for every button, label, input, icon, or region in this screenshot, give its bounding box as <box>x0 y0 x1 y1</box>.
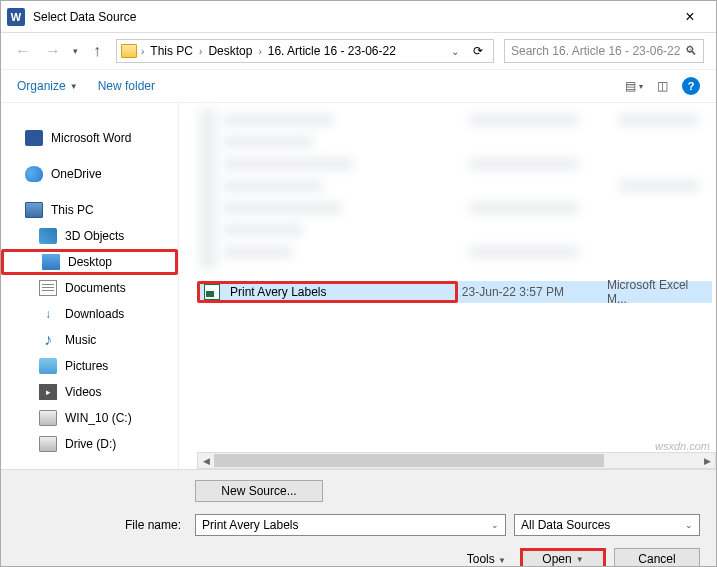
titlebar: W Select Data Source × <box>1 1 716 33</box>
nav-history-dropdown[interactable]: ▾ <box>73 46 78 56</box>
sidebar-item-label: Desktop <box>68 255 112 269</box>
cancel-button[interactable]: Cancel <box>614 548 700 567</box>
file-name: Print Avery Labels <box>226 285 331 299</box>
nav-forward-icon[interactable]: → <box>43 41 63 61</box>
sidebar-item-downloads[interactable]: Downloads <box>1 301 178 327</box>
pictures-icon <box>39 358 57 374</box>
sidebar: Microsoft Word OneDrive This PC 3D Objec… <box>1 103 179 469</box>
word-app-icon: W <box>7 8 25 26</box>
sidebar-item-music[interactable]: Music <box>1 327 178 353</box>
sidebar-item-desktop[interactable]: Desktop <box>1 249 178 275</box>
chevron-down-icon[interactable]: ⌄ <box>685 520 693 530</box>
sidebar-item-label: Microsoft Word <box>51 131 131 145</box>
desktop-icon <box>42 254 60 270</box>
view-mode-button[interactable]: ▤▾ <box>625 79 643 93</box>
address-bar[interactable]: › This PC › Desktop › 16. Article 16 - 2… <box>116 39 494 63</box>
breadcrumb-folder[interactable]: 16. Article 16 - 23-06-22 <box>264 44 400 58</box>
file-name-highlight: Print Avery Labels <box>197 281 458 303</box>
chevron-down-icon: ▼ <box>498 556 506 565</box>
sidebar-item-word[interactable]: Microsoft Word <box>1 125 178 151</box>
tools-menu[interactable]: Tools ▼ <box>467 552 506 566</box>
search-input[interactable]: Search 16. Article 16 - 23-06-22 🔍︎ <box>504 39 704 63</box>
sidebar-item-thispc[interactable]: This PC <box>1 197 178 223</box>
watermark: wsxdn.com <box>655 440 710 452</box>
excel-file-icon <box>204 284 220 300</box>
sidebar-item-label: Videos <box>65 385 101 399</box>
sidebar-item-label: Drive (D:) <box>65 437 116 451</box>
search-placeholder: Search 16. Article 16 - 23-06-22 <box>511 44 680 58</box>
filter-value: All Data Sources <box>521 518 610 532</box>
sidebar-item-network[interactable]: Network <box>1 467 178 469</box>
open-label: Open <box>542 552 571 566</box>
sidebar-item-label: Documents <box>65 281 126 295</box>
file-type: Microsoft Excel M... <box>603 278 712 306</box>
documents-icon <box>39 280 57 296</box>
sidebar-item-label: 3D Objects <box>65 229 124 243</box>
scroll-left-icon[interactable]: ◀ <box>198 453 214 468</box>
music-icon <box>39 332 57 348</box>
address-dropdown-icon[interactable]: ⌄ <box>445 46 465 57</box>
tools-label: Tools <box>467 552 495 566</box>
pc-icon <box>25 202 43 218</box>
breadcrumb-thispc[interactable]: This PC <box>146 44 197 58</box>
organize-label: Organize <box>17 79 66 93</box>
sidebar-item-pictures[interactable]: Pictures <box>1 353 178 379</box>
sidebar-item-label: Downloads <box>65 307 124 321</box>
chevron-right-icon[interactable]: › <box>199 46 202 57</box>
sidebar-item-onedrive[interactable]: OneDrive <box>1 161 178 187</box>
chevron-down-icon: ▼ <box>70 82 78 91</box>
search-icon: 🔍︎ <box>685 44 697 58</box>
horizontal-scrollbar[interactable]: ◀ ▶ <box>197 452 716 469</box>
3d-icon <box>39 228 57 244</box>
main-area: Microsoft Word OneDrive This PC 3D Objec… <box>1 103 716 469</box>
file-list[interactable]: Print Avery Labels 23-Jun-22 3:57 PM Mic… <box>179 103 716 469</box>
open-button[interactable]: Open▼ <box>520 548 606 567</box>
scroll-thumb[interactable] <box>214 454 604 467</box>
chevron-right-icon[interactable]: › <box>141 46 144 57</box>
navbar: ← → ▾ ↑ › This PC › Desktop › 16. Articl… <box>1 33 716 69</box>
refresh-icon[interactable]: ⟳ <box>467 44 489 58</box>
new-folder-button[interactable]: New folder <box>98 79 155 93</box>
scroll-right-icon[interactable]: ▶ <box>699 453 715 468</box>
sidebar-item-videos[interactable]: Videos <box>1 379 178 405</box>
sidebar-item-label: OneDrive <box>51 167 102 181</box>
chevron-down-icon[interactable]: ⌄ <box>491 520 499 530</box>
videos-icon <box>39 384 57 400</box>
sidebar-item-documents[interactable]: Documents <box>1 275 178 301</box>
preview-pane-button[interactable]: ◫ <box>657 79 668 93</box>
downloads-icon <box>39 306 57 322</box>
toolbar: Organize ▼ New folder ▤▾ ◫ ? <box>1 69 716 103</box>
file-row-selected[interactable]: Print Avery Labels 23-Jun-22 3:57 PM Mic… <box>197 281 712 303</box>
footer: New Source... File name: Print Avery Lab… <box>1 469 716 567</box>
sidebar-item-label: WIN_10 (C:) <box>65 411 132 425</box>
filename-label: File name: <box>17 518 187 532</box>
drive-icon <box>39 410 57 426</box>
sidebar-item-label: Pictures <box>65 359 108 373</box>
filename-value: Print Avery Labels <box>202 518 299 532</box>
sidebar-item-drive-d[interactable]: Drive (D:) <box>1 431 178 457</box>
nav-back-icon[interactable]: ← <box>13 41 33 61</box>
nav-up-icon[interactable]: ↑ <box>88 42 106 60</box>
sidebar-item-label: Music <box>65 333 96 347</box>
file-date: 23-Jun-22 3:57 PM <box>458 285 603 299</box>
filename-input[interactable]: Print Avery Labels ⌄ <box>195 514 506 536</box>
sidebar-item-3dobjects[interactable]: 3D Objects <box>1 223 178 249</box>
split-button-icon: ▼ <box>576 555 584 564</box>
onedrive-icon <box>25 166 43 182</box>
word-icon <box>25 130 43 146</box>
sidebar-item-drive-c[interactable]: WIN_10 (C:) <box>1 405 178 431</box>
drive-icon <box>39 436 57 452</box>
new-source-button[interactable]: New Source... <box>195 480 323 502</box>
sidebar-item-label: This PC <box>51 203 94 217</box>
breadcrumb-desktop[interactable]: Desktop <box>204 44 256 58</box>
file-type-filter[interactable]: All Data Sources ⌄ <box>514 514 700 536</box>
close-button[interactable]: × <box>670 8 710 26</box>
folder-icon <box>121 44 137 58</box>
dialog-title: Select Data Source <box>33 10 670 24</box>
chevron-right-icon[interactable]: › <box>258 46 261 57</box>
help-icon[interactable]: ? <box>682 77 700 95</box>
organize-menu[interactable]: Organize ▼ <box>17 79 78 93</box>
